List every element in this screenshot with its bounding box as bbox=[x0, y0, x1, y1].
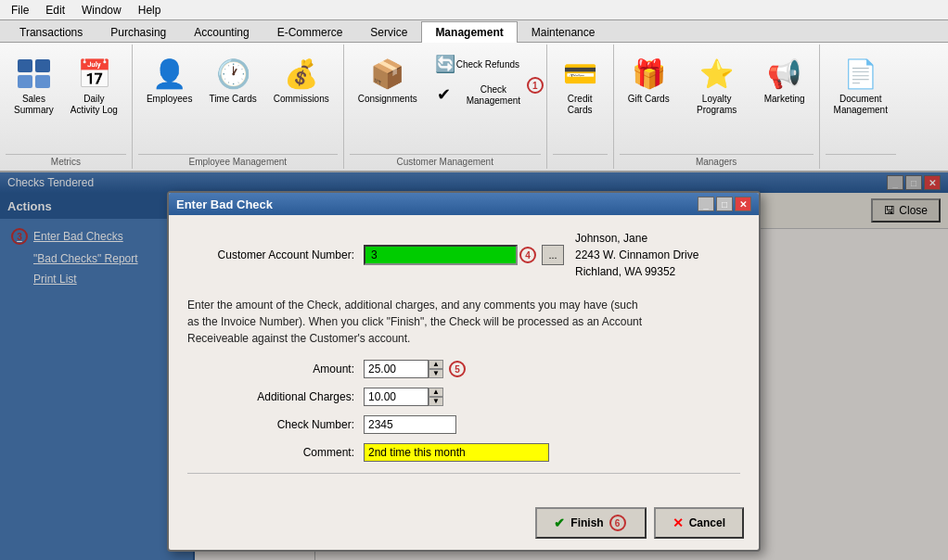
consignments-label: Consignments bbox=[358, 94, 417, 105]
time-cards-label: Time Cards bbox=[209, 94, 256, 105]
tab-accounting[interactable]: Accounting bbox=[180, 21, 263, 43]
customer-info: Johnson, Jane 2243 W. Cinnamon Drive Ric… bbox=[575, 230, 698, 280]
check-refunds-label: Check Refunds bbox=[456, 59, 519, 70]
employee-management-label: Employee Management bbox=[138, 154, 338, 167]
check-refunds-icon: 🔄 bbox=[434, 53, 456, 75]
marketing-label: Marketing bbox=[764, 94, 805, 105]
employees-button[interactable]: 👤 Employees bbox=[140, 50, 199, 109]
tab-maintenance[interactable]: Maintenance bbox=[518, 21, 609, 43]
customer-address2: Richland, WA 99352 bbox=[575, 263, 698, 280]
dialog-footer: ✔ Finish 6 ✕ Cancel bbox=[169, 500, 759, 550]
menu-edit[interactable]: Edit bbox=[38, 2, 72, 19]
finish-checkmark-icon: ✔ bbox=[554, 515, 565, 530]
employees-icon: 👤 bbox=[151, 55, 188, 92]
additional-charges-input[interactable] bbox=[364, 388, 429, 406]
main-area: Checks Tendered _ □ ✕ Actions ⊙ 3 Enter … bbox=[0, 172, 948, 560]
commissions-icon: 💰 bbox=[283, 55, 320, 92]
annotation-4: 4 bbox=[519, 247, 536, 263]
time-cards-button[interactable]: 🕐 Time Cards bbox=[202, 50, 263, 109]
amount-label: Amount: bbox=[187, 363, 354, 375]
customer-name: Johnson, Jane bbox=[575, 230, 698, 247]
customer-account-field-group: 4 ... bbox=[364, 245, 564, 265]
comment-label: Comment: bbox=[187, 446, 354, 459]
check-refunds-button[interactable]: 🔄 Check Refunds bbox=[428, 50, 539, 78]
toolbar-group-customer: 📦 Consignments 🔄 Check Refunds ✔ Check M… bbox=[350, 46, 541, 152]
customer-management-label: Customer Management bbox=[350, 154, 541, 167]
additional-charges-label: Additional Charges: bbox=[187, 390, 354, 403]
marketing-icon: 📢 bbox=[766, 55, 803, 92]
consignments-icon: 📦 bbox=[369, 55, 406, 92]
dialog-minimize-button[interactable]: _ bbox=[698, 197, 714, 211]
amount-spin-up[interactable]: ▲ bbox=[429, 360, 443, 369]
menubar: File Edit Window Help bbox=[0, 0, 948, 20]
daily-activity-icon: 📅 bbox=[75, 55, 112, 92]
menu-help[interactable]: Help bbox=[131, 2, 169, 19]
amount-spin-down[interactable]: ▼ bbox=[429, 369, 443, 378]
creditcards-section-label bbox=[553, 154, 608, 167]
comment-row: Comment: bbox=[187, 443, 740, 462]
dialog-maximize-button[interactable]: □ bbox=[716, 197, 733, 211]
ribbon-tabs: Transactions Purchasing Accounting E-Com… bbox=[0, 20, 948, 43]
commissions-button[interactable]: 💰 Commissions bbox=[267, 50, 336, 109]
tab-ecommerce[interactable]: E-Commerce bbox=[263, 21, 357, 43]
check-management-button[interactable]: ✔ Check Management 1 bbox=[428, 80, 539, 109]
dialog-close-button[interactable]: ✕ bbox=[735, 197, 751, 211]
toolbar-section-managers: 🎁 Gift Cards ⭐ Loyalty Programs 📢 Market… bbox=[614, 45, 820, 169]
loyalty-programs-button[interactable]: ⭐ Loyalty Programs bbox=[680, 50, 754, 121]
gift-cards-icon: 🎁 bbox=[630, 55, 667, 92]
annotation-6: 6 bbox=[609, 515, 626, 531]
tab-management[interactable]: Management bbox=[421, 21, 517, 43]
check-number-row: Check Number: bbox=[187, 415, 740, 434]
enter-bad-check-dialog: Enter Bad Check _ □ ✕ Customer Account N… bbox=[167, 191, 761, 552]
additional-charges-spin-up[interactable]: ▲ bbox=[429, 388, 443, 397]
amount-row: Amount: ▲ ▼ 5 bbox=[187, 360, 740, 378]
daily-activity-button[interactable]: 📅 DailyActivity Log bbox=[64, 50, 124, 121]
finish-button[interactable]: ✔ Finish 6 bbox=[535, 507, 646, 539]
toolbar-group-creditcards: 💳 CreditCards bbox=[553, 46, 608, 152]
tab-service[interactable]: Service bbox=[356, 21, 421, 43]
dialog-title: Enter Bad Check bbox=[176, 197, 273, 211]
gift-cards-label: Gift Cards bbox=[628, 94, 670, 105]
tab-transactions[interactable]: Transactions bbox=[6, 21, 96, 43]
menu-file[interactable]: File bbox=[4, 2, 36, 19]
additional-charges-field-group: ▲ ▼ bbox=[364, 388, 443, 406]
dialog-titlebar-buttons: _ □ ✕ bbox=[698, 197, 751, 211]
customer-account-label: Customer Account Number: bbox=[187, 248, 354, 261]
toolbar: SalesSummary 📅 DailyActivity Log Metrics… bbox=[0, 43, 948, 172]
customer-account-input[interactable] bbox=[364, 245, 518, 265]
marketing-button[interactable]: 📢 Marketing bbox=[758, 50, 812, 109]
sales-summary-button[interactable]: SalesSummary bbox=[7, 50, 60, 121]
credit-cards-button[interactable]: 💳 CreditCards bbox=[555, 50, 606, 121]
dialog-overlay: Enter Bad Check _ □ ✕ Customer Account N… bbox=[0, 172, 948, 560]
check-management-label: Check Management bbox=[455, 84, 532, 107]
browse-button[interactable]: ... bbox=[542, 245, 564, 265]
customer-address1: 2243 W. Cinnamon Drive bbox=[575, 247, 698, 263]
toolbar-section-customer: 📦 Consignments 🔄 Check Refunds ✔ Check M… bbox=[344, 45, 547, 169]
time-cards-icon: 🕐 bbox=[214, 55, 251, 92]
amount-input[interactable] bbox=[364, 360, 429, 378]
toolbar-group-metrics: SalesSummary 📅 DailyActivity Log bbox=[6, 46, 126, 152]
document-management-button[interactable]: 📄 DocumentManagement bbox=[827, 50, 894, 121]
consignments-button[interactable]: 📦 Consignments bbox=[352, 50, 424, 109]
comment-input[interactable] bbox=[364, 443, 549, 462]
daily-activity-label: DailyActivity Log bbox=[70, 94, 118, 116]
managers-section-label: Managers bbox=[620, 154, 813, 167]
document-management-icon: 📄 bbox=[842, 55, 879, 92]
check-number-input[interactable] bbox=[364, 415, 456, 434]
sales-summary-label: SalesSummary bbox=[14, 94, 54, 116]
dialog-separator bbox=[187, 473, 740, 474]
annotation-1: 1 bbox=[527, 77, 544, 94]
check-number-label: Check Number: bbox=[187, 418, 354, 431]
loyalty-programs-icon: ⭐ bbox=[698, 55, 736, 92]
check-management-icon: ✔ bbox=[434, 83, 455, 106]
cancel-label: Cancel bbox=[689, 516, 725, 529]
gift-cards-button[interactable]: 🎁 Gift Cards bbox=[621, 50, 676, 109]
additional-charges-spin-down[interactable]: ▼ bbox=[429, 397, 443, 406]
tab-purchasing[interactable]: Purchasing bbox=[96, 21, 180, 43]
menu-window[interactable]: Window bbox=[74, 2, 129, 19]
metrics-section-label: Metrics bbox=[6, 154, 126, 167]
amount-spinners: ▲ ▼ bbox=[429, 360, 443, 378]
instruction-text: Enter the amount of the Check, additiona… bbox=[187, 289, 651, 360]
sales-summary-icon bbox=[15, 55, 52, 92]
cancel-button[interactable]: ✕ Cancel bbox=[654, 507, 744, 539]
